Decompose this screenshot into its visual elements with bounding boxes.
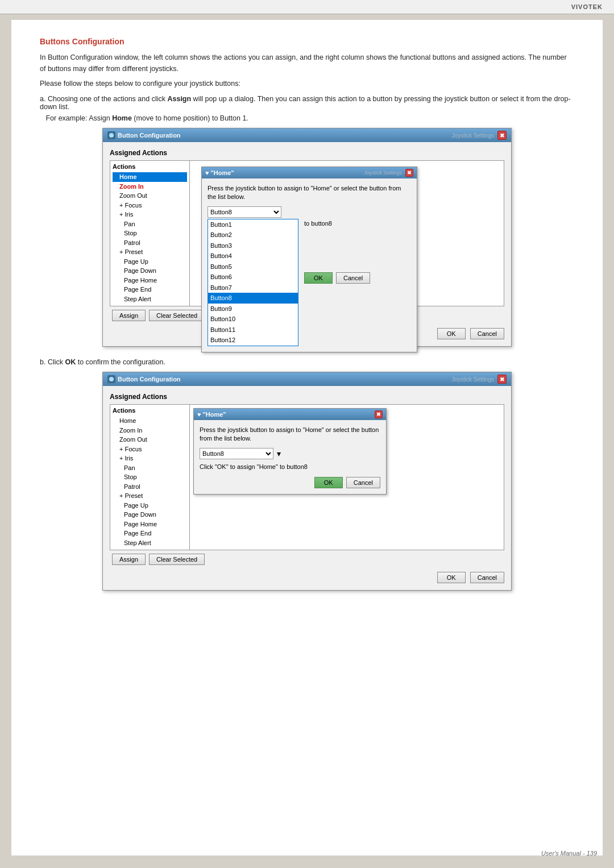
window2-inner-ok-btn[interactable]: OK: [314, 477, 343, 488]
dropdown-list-item-btn6[interactable]: Button6: [208, 272, 298, 283]
w2-tree-item-stop[interactable]: Stop: [113, 472, 187, 482]
dropdown-list-item-btn11[interactable]: Button11: [208, 325, 298, 335]
tree-item-stepalert[interactable]: Step Alert: [113, 294, 187, 304]
window2-right-panel: ♥ "Home" ✖ Press the joystick button to …: [190, 405, 504, 550]
dropdown-list-item-btn10[interactable]: Button10: [208, 314, 298, 325]
tree-item-home[interactable]: Home: [113, 172, 187, 182]
window1-clear-btn[interactable]: Clear Selected: [149, 310, 205, 321]
window1-titlebar-right: Joystick Settings ✖: [452, 131, 507, 140]
window2-inner-body: Press the joystick button to assign to "…: [194, 420, 386, 494]
window2-cancel-btn[interactable]: Cancel: [470, 572, 504, 583]
dropdown-list-item-btn8[interactable]: Button8: [208, 293, 298, 304]
tree-item-iris[interactable]: + Iris: [113, 210, 187, 219]
w2-tree-item-iris[interactable]: + Iris: [113, 454, 187, 463]
window1-to-label-area: to button8 OK Cancel: [304, 206, 370, 284]
tree-item-preset[interactable]: + Preset: [113, 247, 187, 257]
tree-item-pan[interactable]: Pan: [113, 219, 187, 229]
window2-dropdown-row: Button8 ▾: [200, 448, 380, 459]
window1-body: Assigned Actions Actions Home Zoom In Zo…: [103, 142, 511, 346]
window2-inner-titlebar-right: ✖: [375, 410, 383, 418]
tree-item-pagehome[interactable]: Page Home: [113, 276, 187, 285]
window1-inner-body-text: Press the joystick button to assign to "…: [208, 184, 411, 202]
dropdown-list-item-btn2[interactable]: Button2: [208, 230, 298, 240]
dropdown-list-item-btn4[interactable]: Button4: [208, 251, 298, 261]
step-a-example: For example: Assign Home (move to home p…: [40, 114, 574, 122]
svg-point-1: [109, 377, 114, 381]
window2-inner-titlebar-left: ♥ "Home": [197, 411, 226, 418]
window2-assign-area: Assign Clear Selected: [110, 550, 504, 567]
window1-cancel-btn[interactable]: Cancel: [470, 328, 504, 339]
window1-inner-titlebar: ♥ "Home" Joystick Settings ✖: [202, 167, 417, 178]
window2-ok-btn[interactable]: OK: [437, 572, 466, 583]
w2-tree-item-preset[interactable]: + Preset: [113, 491, 187, 501]
tree-item-pageup[interactable]: Page Up: [113, 257, 187, 267]
window1-assign-btn[interactable]: Assign: [112, 310, 146, 321]
window2-titlebar-left: Button Configuration: [107, 375, 181, 383]
step-b-bold: OK: [65, 358, 76, 366]
window2-clear-btn[interactable]: Clear Selected: [149, 554, 205, 565]
tree-item-zoomin[interactable]: Zoom In: [113, 182, 187, 192]
dropdown-list-item-btn12[interactable]: Button12: [208, 335, 298, 346]
w2-tree-item-pageend[interactable]: Page End: [113, 529, 187, 538]
window1-inner-close-btn[interactable]: ✖: [405, 169, 413, 177]
window2-body: Assigned Actions Actions Home Zoom In Zo…: [103, 386, 511, 590]
window2-inner-dialog-buttons: OK Cancel: [200, 477, 380, 488]
brand-text: VIVOTEK: [571, 3, 603, 10]
window1: Button Configuration Joystick Settings ✖…: [102, 128, 512, 347]
window1-inner-cancel-btn[interactable]: Cancel: [336, 272, 370, 284]
dropdown-list-item-btn5[interactable]: Button5: [208, 261, 298, 272]
window1-dropdown-list: Button1 Button2 Button3 Button4 Button5 …: [208, 219, 298, 346]
window1-inner-title-blurred: Joystick Settings: [364, 170, 402, 176]
tree-item-zoomout[interactable]: Zoom Out: [113, 191, 187, 201]
window2-inner-close-btn[interactable]: ✖: [375, 410, 383, 418]
dropdown-list-item-btn7[interactable]: Button7: [208, 283, 298, 293]
window1-inner-dialog-buttons: OK Cancel: [304, 272, 370, 284]
window1-inner-dialog: ♥ "Home" Joystick Settings ✖ Press the j…: [201, 167, 417, 352]
w2-tree-item-home[interactable]: Home: [113, 416, 187, 426]
window2-assign-btn[interactable]: Assign: [112, 554, 146, 565]
window2-title: Button Configuration: [118, 376, 181, 383]
w2-tree-item-pageup[interactable]: Page Up: [113, 501, 187, 510]
tree-item-patrol[interactable]: Patrol: [113, 238, 187, 248]
window1-close-btn[interactable]: ✖: [497, 131, 507, 140]
window2-assigned-actions-label: Assigned Actions: [110, 393, 504, 401]
window1-dropdown[interactable]: Button8 Button1 Button2: [208, 206, 281, 218]
w2-tree-item-pagehome[interactable]: Page Home: [113, 520, 187, 529]
step-b-label: b. Click OK to confirm the configuration…: [40, 358, 574, 366]
dropdown-list-item-btn1[interactable]: Button1: [208, 219, 298, 230]
w2-tree-item-pan[interactable]: Pan: [113, 463, 187, 473]
w2-tree-item-stepalert[interactable]: Step Alert: [113, 538, 187, 548]
window1-dropdown-row: Button8 Button1 Button2: [208, 206, 298, 218]
window1-inner-body: Press the joystick button to assign to "…: [202, 178, 417, 352]
window1-to-label: to button8: [304, 220, 332, 227]
intro-text-1: In Button Configuration window, the left…: [40, 52, 574, 74]
w2-tree-item-zoomin[interactable]: Zoom In: [113, 426, 187, 435]
window1-inner-ok-btn[interactable]: OK: [304, 272, 333, 284]
section-title: Buttons Configuration: [40, 37, 574, 46]
window2-close-btn[interactable]: ✖: [497, 375, 507, 384]
window1-icon: [107, 131, 115, 139]
tree-item-focus[interactable]: + Focus: [113, 201, 187, 210]
w2-tree-item-focus[interactable]: + Focus: [113, 445, 187, 454]
tree-item-pageend[interactable]: Page End: [113, 285, 187, 294]
window2-inner-cancel-btn[interactable]: Cancel: [346, 477, 380, 488]
w2-tree-item-pagedown[interactable]: Page Down: [113, 510, 187, 520]
dropdown-list-item-btn9[interactable]: Button9: [208, 304, 298, 314]
svg-point-0: [109, 133, 114, 138]
window2-dropdown-arrow: ▾: [277, 449, 281, 458]
window1-inner-titlebar-left: ♥ "Home": [205, 169, 234, 176]
window2-confirm-text: Click "OK" to assign "Home" to button8: [200, 463, 380, 471]
window1-inner-titlebar-right: Joystick Settings ✖: [364, 169, 413, 177]
tree-item-stop[interactable]: Stop: [113, 229, 187, 238]
window2-dropdown[interactable]: Button8: [200, 448, 273, 459]
dropdown-list-item-btn3[interactable]: Button3: [208, 240, 298, 251]
tree-item-pagedown[interactable]: Page Down: [113, 266, 187, 276]
window2-title-blurred: Joystick Settings: [452, 376, 494, 383]
window1-actions-header: Actions: [113, 163, 187, 170]
window2-inner-dialog: ♥ "Home" ✖ Press the joystick button to …: [193, 408, 387, 495]
w2-tree-item-patrol[interactable]: Patrol: [113, 482, 187, 492]
window1-titlebar: Button Configuration Joystick Settings ✖: [103, 128, 511, 142]
window1-ok-btn[interactable]: OK: [437, 328, 466, 339]
window2-titlebar: Button Configuration Joystick Settings ✖: [103, 372, 511, 386]
w2-tree-item-zoomout[interactable]: Zoom Out: [113, 435, 187, 445]
